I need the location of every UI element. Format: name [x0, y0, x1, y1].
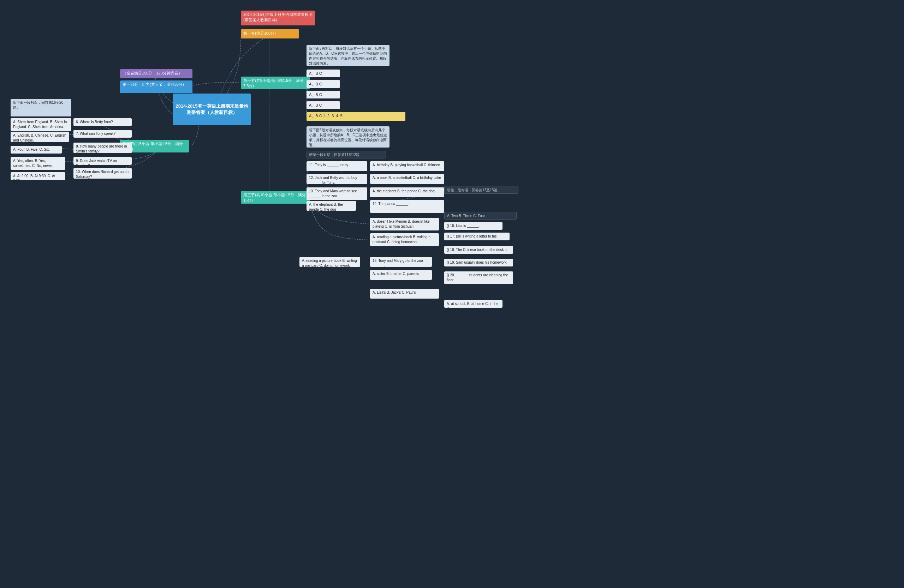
q16: () 16. Lisa is ______.	[444, 222, 503, 230]
section3-desc: 听下面3段对话或独白，每段对话或独白后有几个小题，从题中所给的A、B、C三选项中…	[307, 126, 389, 148]
q17: () 17. Bill is writing a letter to his _…	[444, 233, 510, 240]
listen-part1-label: 听第一段对话，回答第11至12题。	[307, 151, 386, 158]
abc-option-3: A、B C	[307, 91, 340, 98]
abc-option-4: A、B C	[307, 101, 340, 109]
q15: A. reading a picture-book B. writing a p…	[299, 257, 360, 267]
a7: A. English. B. Chinese. C. English and C…	[11, 132, 69, 142]
a12: A. a book B. a basketball C. a birthday …	[370, 174, 444, 184]
first-volume-node: 第一卷(满分100分)	[241, 29, 299, 38]
abc-option-1: A、B C	[307, 69, 340, 77]
a16-options: A. doesn't like Meimei B. doesn't like p…	[370, 218, 439, 230]
a10: A. At 9:00. B. At 9:30. C. At 3:29.	[11, 172, 65, 180]
q12: 12. Jack and Betty want to buy ______ fo…	[307, 174, 367, 184]
q19: () 19. Sam usually does his homework ___…	[444, 259, 513, 266]
q6: 6. Where is Betty from?	[73, 118, 132, 126]
q18: () 18. The Chinese book on the desk is _…	[444, 246, 513, 254]
a14: 14. The panda ______.	[370, 200, 444, 213]
q11: 11. Tony is ______ today.	[307, 161, 367, 171]
a18-options: A. sister B. brother C. parents	[370, 270, 432, 280]
left-top-desc: 听下面一段独白，回答第16至20题。	[11, 99, 71, 117]
a19-options: A. Lisa's B. Jack's C. Paul's	[370, 289, 439, 299]
a17-options: A. reading a picture-book B. writing a p…	[370, 233, 439, 246]
q13: 13. Tony and Mary want to see ______ in …	[307, 188, 367, 200]
q10: 10. When does Richard get up on Saturday…	[73, 168, 132, 178]
a11: A. birthday B. playing basketball C. thi…	[370, 161, 444, 171]
a13: A. the elephant B. the panda C. the dog	[370, 188, 444, 197]
section3-node: 第三节(共10小题;每小题1.5分，满分15分)	[241, 191, 310, 203]
q20: () 20. ______ students are cleaning the …	[444, 271, 513, 284]
part1-node: 第一部分：听力(共三节，满分30分)	[120, 80, 193, 93]
q14: A. the elephant B. the panda C. the dog	[307, 201, 356, 211]
q8: 8. How many people are there in Smith's …	[73, 143, 132, 153]
q7: 7. What can Tony speak?	[73, 130, 132, 138]
abc-option-2: A、B C	[307, 80, 340, 88]
center-node: 2014-2015初一英语上册期末质量检测带答案（人教新目标）	[173, 93, 251, 125]
listen-part2-label: 听第二段对话，回答第13至15题。	[444, 186, 518, 194]
full-score-node: （全卷满分150分，120分钟完卷）	[120, 69, 193, 78]
top-title-node: 2014-2015七年级上册英语期末质量检测(带答案人教新目标)	[241, 11, 315, 25]
a15: 15. Tony and Mary go to the zoo ______.	[370, 257, 432, 267]
a20-options: A. at school. B. at home C. in the libra…	[444, 300, 503, 308]
listen-monologue-label: A. Two B. Three C. Four	[444, 212, 517, 219]
a9: A. Yes, often. B. Yes, sometimes. C. No,…	[11, 157, 65, 170]
a8: A. Four. B. Five. C. Six.	[11, 146, 62, 153]
q9: 9. Does Jack watch TV on Sunday?	[73, 157, 132, 165]
top-desc-box: 听下面5段对话，每段对话后有一个小题，从题中所给的A、B、C三选项中，选出一个与…	[307, 45, 389, 66]
a6: A. She's from England. B. She's in Engla…	[11, 118, 71, 131]
abc-option-5-numbered: A、B C 1. 2. 3. 4. 5.	[307, 112, 405, 121]
section1-node: 第一节(共5小题;每小题1.5分，满分7.5分)	[241, 77, 310, 89]
